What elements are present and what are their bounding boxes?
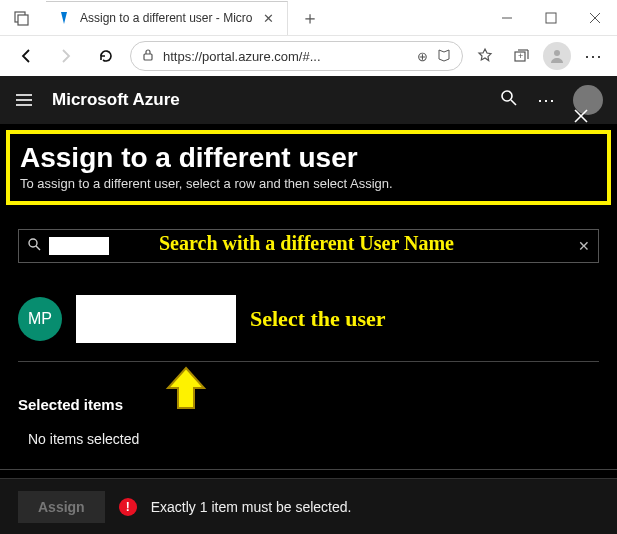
more-icon[interactable]: ⋯ bbox=[579, 42, 607, 70]
minimize-icon[interactable] bbox=[485, 0, 529, 36]
browser-tab[interactable]: Assign to a different user - Micro ✕ bbox=[46, 1, 288, 35]
selected-items-heading: Selected items bbox=[18, 396, 599, 413]
panel-subtitle: To assign to a different user, select a … bbox=[20, 176, 597, 191]
hamburger-icon[interactable] bbox=[14, 90, 34, 110]
azure-brand: Microsoft Azure bbox=[52, 90, 180, 110]
svg-text:+: + bbox=[518, 51, 523, 61]
tab-actions-icon[interactable] bbox=[6, 2, 38, 34]
search-value-redacted bbox=[49, 237, 109, 255]
user-result-row[interactable]: MP Select the user bbox=[18, 295, 599, 343]
annotation-select-user: Select the user bbox=[250, 306, 386, 332]
browser-addressbar: https://portal.azure.com/#... ⊕ + ⋯ bbox=[0, 36, 617, 76]
tab-close-icon[interactable]: ✕ bbox=[261, 10, 277, 26]
assign-panel: Assign to a different user To assign to … bbox=[0, 130, 617, 470]
tab-title: Assign to a different user - Micro bbox=[80, 11, 253, 25]
search-icon[interactable] bbox=[499, 88, 519, 112]
error-text: Exactly 1 item must be selected. bbox=[151, 499, 352, 515]
favorites-icon[interactable] bbox=[471, 42, 499, 70]
more-icon[interactable]: ⋯ bbox=[537, 89, 555, 111]
azure-header: Microsoft Azure ⋯ bbox=[0, 76, 617, 124]
panel-title: Assign to a different user bbox=[20, 142, 597, 174]
titlebar-left: Assign to a different user - Micro ✕ ＋ bbox=[0, 1, 324, 35]
svg-line-18 bbox=[511, 100, 516, 105]
search-icon bbox=[27, 237, 41, 255]
page-content: Microsoft Azure ⋯ Assign to a different … bbox=[0, 76, 617, 534]
window-controls bbox=[485, 0, 617, 36]
svg-point-13 bbox=[554, 50, 560, 56]
divider bbox=[18, 361, 599, 362]
user-avatar: MP bbox=[18, 297, 62, 341]
user-search-input[interactable]: Search with a different User Name ✕ bbox=[18, 229, 599, 263]
refresh-button[interactable] bbox=[90, 40, 122, 72]
collections-icon[interactable]: + bbox=[507, 42, 535, 70]
browser-titlebar: Assign to a different user - Micro ✕ ＋ bbox=[0, 0, 617, 36]
error-icon: ! bbox=[119, 498, 137, 516]
clear-search-icon[interactable]: ✕ bbox=[578, 238, 590, 254]
no-items-text: No items selected bbox=[28, 431, 589, 447]
svg-rect-7 bbox=[144, 54, 152, 60]
svg-rect-4 bbox=[546, 13, 556, 23]
url-text: https://portal.azure.com/#... bbox=[163, 49, 409, 64]
close-window-icon[interactable] bbox=[573, 0, 617, 36]
annotation-search: Search with a different User Name bbox=[159, 232, 454, 255]
user-name-redacted bbox=[76, 295, 236, 343]
new-tab-button[interactable]: ＋ bbox=[296, 4, 324, 32]
panel-footer: Assign ! Exactly 1 item must be selected… bbox=[0, 478, 617, 534]
forward-button bbox=[50, 40, 82, 72]
svg-marker-2 bbox=[61, 12, 67, 24]
azure-favicon-icon bbox=[56, 10, 72, 26]
maximize-icon[interactable] bbox=[529, 0, 573, 36]
lock-icon bbox=[141, 48, 155, 65]
avatar-initials: MP bbox=[28, 310, 52, 328]
svg-line-22 bbox=[36, 246, 40, 250]
svg-rect-1 bbox=[18, 15, 28, 25]
back-button[interactable] bbox=[10, 40, 42, 72]
svg-point-21 bbox=[29, 239, 37, 247]
zoom-icon[interactable]: ⊕ bbox=[417, 49, 428, 64]
url-field[interactable]: https://portal.azure.com/#... ⊕ bbox=[130, 41, 463, 71]
divider bbox=[0, 469, 617, 470]
svg-point-17 bbox=[502, 91, 512, 101]
assign-button[interactable]: Assign bbox=[18, 491, 105, 523]
profile-avatar-icon[interactable] bbox=[543, 42, 571, 70]
reading-icon[interactable] bbox=[436, 47, 452, 66]
panel-header-highlight: Assign to a different user To assign to … bbox=[6, 130, 611, 205]
panel-close-icon[interactable] bbox=[569, 104, 593, 128]
